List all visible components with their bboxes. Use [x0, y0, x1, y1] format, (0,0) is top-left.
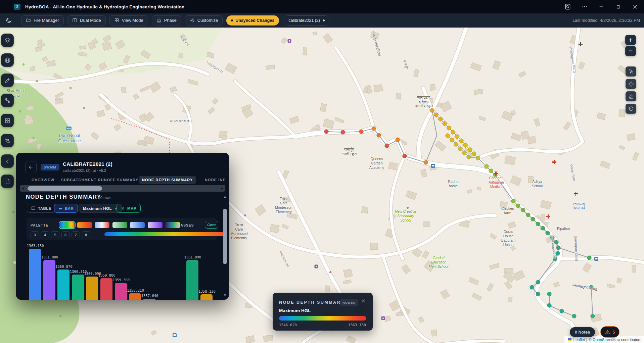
vertical-scroll-thumb[interactable]: [223, 209, 227, 264]
minimize-button[interactable]: [598, 3, 605, 10]
network-node[interactable]: [556, 246, 561, 250]
palette-swatch-5[interactable]: [130, 222, 145, 228]
chart-bar[interactable]: [100, 278, 112, 300]
sidebar-item-globe[interactable]: [1, 53, 14, 67]
palette-swatch-3[interactable]: [95, 222, 109, 228]
legend-close-icon[interactable]: ✕: [361, 298, 366, 304]
scroll-left-icon[interactable]: ◀: [20, 187, 26, 190]
toolbar-button-phase[interactable]: Phase: [152, 15, 181, 26]
sidebar-item-file[interactable]: [1, 175, 14, 188]
maximize-button[interactable]: [614, 3, 622, 10]
network-node[interactable]: [424, 160, 428, 165]
network-node[interactable]: [536, 292, 540, 296]
network-node[interactable]: [439, 117, 443, 121]
network-node[interactable]: [489, 169, 493, 173]
network-node[interactable]: [434, 113, 439, 117]
continuous-classes-button[interactable]: Cont: [205, 221, 218, 229]
chart-bar[interactable]: [43, 260, 55, 300]
sidebar-item-pencil[interactable]: [1, 74, 14, 87]
network-node[interactable]: [455, 135, 459, 139]
eraser-tool-button[interactable]: [626, 91, 636, 101]
horizontal-scrollbar[interactable]: ◀ ▶: [20, 185, 225, 192]
tab-node-depth-summary[interactable]: NODE DEPTH SUMMARY: [139, 176, 196, 184]
theme-toggle-moon-icon[interactable]: [5, 17, 13, 23]
network-node[interactable]: [547, 292, 552, 296]
leaflet-link[interactable]: Leaflet: [573, 338, 585, 342]
chart-bar[interactable]: [200, 294, 213, 300]
chart-bar[interactable]: [186, 260, 198, 300]
network-node[interactable]: [530, 285, 534, 290]
pointer-tool-button[interactable]: [626, 66, 636, 77]
class-count-8[interactable]: 8: [82, 231, 90, 238]
network-node[interactable]: [554, 240, 559, 245]
network-node[interactable]: [511, 199, 516, 203]
network-node[interactable]: [476, 156, 480, 160]
network-node[interactable]: [451, 130, 455, 135]
tab-node-inf[interactable]: NODE INF: [201, 176, 229, 184]
network-node[interactable]: [372, 127, 376, 131]
chart-bar[interactable]: [143, 299, 155, 300]
sidebar-item-layers[interactable]: [1, 34, 14, 47]
chart-bar[interactable]: [29, 249, 41, 300]
warnings-pill[interactable]: 5: [600, 326, 619, 338]
chart-bar[interactable]: [129, 293, 141, 300]
network-node[interactable]: [526, 213, 531, 217]
sidebar-item-grid[interactable]: [1, 114, 14, 127]
class-count-7[interactable]: 7: [72, 231, 80, 238]
chart-bar[interactable]: [86, 277, 98, 300]
network-node[interactable]: [546, 231, 550, 235]
network-node[interactable]: [341, 130, 345, 135]
network-node[interactable]: [536, 280, 540, 285]
network-node[interactable]: [550, 236, 555, 240]
palette-swatch-6[interactable]: [148, 222, 163, 228]
map-view-button[interactable]: MAP: [117, 204, 141, 213]
network-node[interactable]: [531, 217, 535, 222]
open-file-tab[interactable]: calibrate2021 (2): [283, 15, 330, 26]
search-page-icon[interactable]: [564, 3, 571, 10]
network-node[interactable]: [458, 147, 463, 151]
bar-view-button[interactable]: BAR: [54, 204, 78, 213]
toolbar-button-file-manager[interactable]: File Manager: [21, 15, 64, 26]
network-node[interactable]: [447, 126, 451, 130]
network-node[interactable]: [472, 152, 476, 156]
notes-pill[interactable]: 0 Notes: [570, 327, 595, 337]
pan-tool-button[interactable]: [626, 79, 636, 89]
network-node[interactable]: [359, 130, 364, 134]
scroll-right-icon[interactable]: ▶: [220, 187, 225, 190]
scroll-down-icon[interactable]: ▼: [223, 293, 227, 297]
palette-swatch-2[interactable]: [77, 222, 92, 228]
sidebar-item-branch[interactable]: [1, 94, 14, 107]
osm-link[interactable]: © OpenStreetMap: [589, 338, 620, 342]
network-node[interactable]: [536, 222, 540, 226]
network-node[interactable]: [589, 285, 594, 290]
class-count-3[interactable]: 3: [31, 231, 39, 238]
network-node[interactable]: [556, 251, 560, 256]
scroll-up-icon[interactable]: ▲: [223, 195, 227, 198]
zoom-in-button[interactable]: +: [625, 35, 636, 45]
network-node[interactable]: [454, 142, 458, 147]
network-node[interactable]: [541, 226, 545, 231]
class-count-4[interactable]: 4: [41, 231, 49, 238]
chart-bar[interactable]: [57, 270, 70, 300]
network-node[interactable]: [377, 133, 381, 138]
sidebar-item-route[interactable]: [1, 134, 14, 147]
zoom-out-button[interactable]: −: [625, 46, 636, 56]
network-node[interactable]: [516, 204, 520, 208]
network-node[interactable]: [591, 314, 595, 318]
vertical-scrollbar[interactable]: ▲ ▼: [223, 195, 227, 297]
chart-bar[interactable]: [72, 275, 84, 300]
network-node[interactable]: [385, 144, 389, 148]
network-node[interactable]: [521, 208, 525, 212]
network-node[interactable]: [430, 108, 434, 113]
metric-dropdown[interactable]: Maximum HGL: [79, 204, 122, 213]
class-count-5[interactable]: 5: [51, 231, 59, 238]
network-node[interactable]: [443, 121, 447, 126]
back-button[interactable]: [25, 161, 37, 173]
network-nodes[interactable]: [324, 108, 595, 318]
network-node[interactable]: [446, 134, 450, 138]
rotate-tool-button[interactable]: [626, 104, 636, 114]
network-node[interactable]: [587, 256, 592, 260]
network-node[interactable]: [324, 130, 329, 134]
chart-bar[interactable]: [115, 283, 127, 300]
network-node[interactable]: [553, 257, 557, 261]
